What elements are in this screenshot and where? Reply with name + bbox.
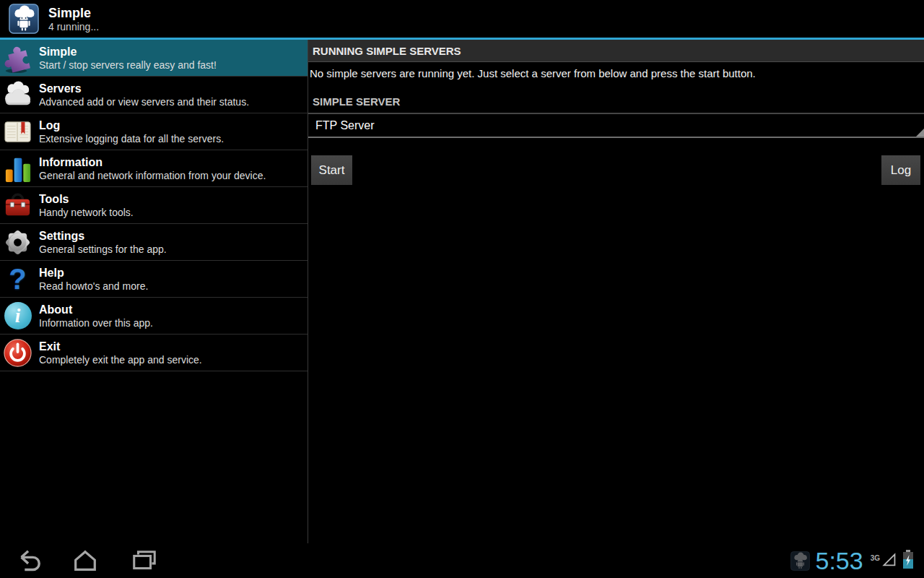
- sidebar-item-servers[interactable]: ServersAdvanced add or view servers and …: [0, 77, 308, 113]
- running-servers-message: No simple servers are running yet. Just …: [308, 62, 924, 80]
- bar-chart-icon: [2, 153, 33, 184]
- sidebar-item-description: Handy network tools.: [39, 207, 134, 219]
- status-cluster[interactable]: 5:53 3G: [790, 543, 914, 578]
- spinner-selected-value: FTP Server: [315, 119, 375, 132]
- recents-icon[interactable]: [131, 548, 158, 573]
- action-bar: Simple 4 running...: [0, 0, 924, 38]
- simple-server-spinner[interactable]: FTP Server: [308, 114, 924, 138]
- sidebar-item-description: Advanced add or view servers and their s…: [39, 96, 249, 108]
- notebook-icon: [2, 116, 33, 147]
- sidebar-item-label: Settings: [39, 229, 167, 243]
- info-icon: i: [2, 301, 33, 332]
- sidebar-item-settings[interactable]: SettingsGeneral settings for the app.: [0, 224, 308, 261]
- sidebar-item-label: About: [39, 303, 153, 317]
- sidebar-item-label: Help: [39, 266, 148, 280]
- sidebar-item-log[interactable]: LogExtensive logging data for all the se…: [0, 113, 308, 150]
- gear-icon: [2, 227, 33, 258]
- content-panel: RUNNING SIMPLE SERVERS No simple servers…: [308, 40, 924, 543]
- sidebar-list: SimpleStart / stop servers really easy a…: [0, 40, 308, 543]
- log-button[interactable]: Log: [881, 155, 920, 185]
- clouds-icon: [2, 79, 33, 111]
- simple-server-header: SIMPLE SERVER: [308, 92, 924, 114]
- sidebar-item-exit[interactable]: ExitCompletely exit the app and service.: [0, 335, 308, 371]
- power-icon: [2, 337, 33, 368]
- back-icon[interactable]: [15, 548, 43, 573]
- sidebar-item-label: Tools: [39, 192, 134, 207]
- sidebar-item-description: Extensive logging data for all the serve…: [39, 133, 224, 145]
- spinner-caret-icon: [916, 129, 924, 137]
- sidebar-item-about[interactable]: iAboutInformation over this app.: [0, 298, 308, 335]
- home-icon[interactable]: [71, 548, 99, 573]
- sidebar-item-information[interactable]: InformationGeneral and network informati…: [0, 150, 308, 187]
- sidebar-item-description: Information over this app.: [39, 317, 153, 329]
- question-icon: ?: [2, 264, 33, 295]
- navigation-bar: 5:53 3G: [0, 543, 924, 578]
- sidebar-item-description: Completely exit the app and service.: [39, 354, 202, 366]
- status-clock: 5:53: [815, 543, 863, 578]
- sidebar-item-label: Exit: [39, 340, 202, 354]
- sidebar-item-description: Start / stop servers really easy and fas…: [39, 59, 217, 72]
- app-title: Simple: [48, 5, 99, 21]
- sidebar-item-tools[interactable]: ToolsHandy network tools.: [0, 187, 308, 224]
- sidebar-item-label: Log: [39, 118, 224, 133]
- sidebar-item-label: Simple: [39, 45, 217, 59]
- sidebar-item-help[interactable]: ?HelpRead howto's and more.: [0, 261, 308, 298]
- battery-charging-icon: [902, 549, 914, 572]
- network-type-label: 3G: [871, 554, 880, 562]
- sidebar-item-simple[interactable]: SimpleStart / stop servers really easy a…: [0, 40, 308, 77]
- toolbox-icon: [2, 190, 33, 221]
- sidebar-item-label: Servers: [39, 82, 249, 96]
- puzzle-icon: [2, 43, 33, 74]
- app-notification-icon: [790, 551, 810, 571]
- sidebar-item-description: Read howto's and more.: [39, 280, 148, 293]
- sidebar-item-label: Information: [39, 155, 266, 170]
- sidebar-item-description: General and network information from you…: [39, 170, 266, 182]
- running-servers-header: RUNNING SIMPLE SERVERS: [308, 40, 924, 62]
- start-button[interactable]: Start: [311, 155, 352, 185]
- signal-triangle-icon: [881, 551, 897, 571]
- cloud-android-app-icon: [9, 4, 39, 34]
- app-subtitle: 4 running...: [48, 21, 99, 33]
- sidebar-item-description: General settings for the app.: [39, 243, 167, 256]
